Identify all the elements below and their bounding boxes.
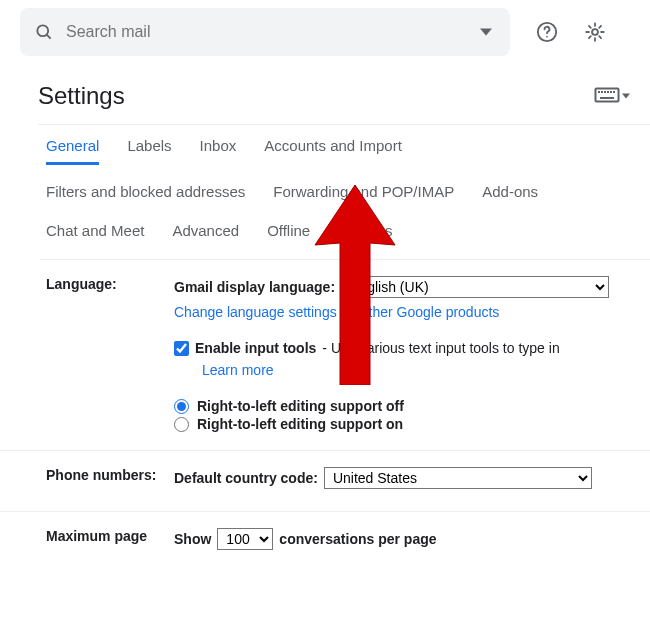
tab-addons[interactable]: Add-ons	[482, 183, 538, 204]
search-box[interactable]	[20, 8, 510, 56]
tab-offline[interactable]: Offline	[267, 222, 310, 243]
show-label: Show	[174, 531, 211, 547]
page-title: Settings	[38, 82, 125, 110]
learn-more-link[interactable]: Learn more	[202, 362, 274, 378]
phone-label: Phone numbers:	[46, 467, 174, 495]
tab-labels[interactable]: Labels	[127, 137, 171, 165]
display-language-select[interactable]: English (UK)	[341, 276, 609, 298]
help-icon[interactable]	[530, 15, 564, 49]
page-size-select[interactable]: 100	[217, 528, 273, 550]
input-tools-icon[interactable]	[594, 87, 630, 105]
search-icon	[34, 22, 54, 42]
svg-rect-13	[600, 97, 614, 99]
svg-point-4	[592, 29, 598, 35]
rtl-on-radio[interactable]	[174, 417, 189, 432]
enable-input-tools-checkbox[interactable]	[174, 341, 189, 356]
tab-forwarding[interactable]: Forwarding and POP/IMAP	[273, 183, 454, 204]
tab-accounts[interactable]: Accounts and Import	[264, 137, 402, 165]
tab-chat[interactable]: Chat and Meet	[46, 222, 144, 243]
search-options-dropdown[interactable]	[470, 26, 502, 38]
section-phone: Phone numbers: Default country code: Uni…	[0, 451, 650, 512]
tab-general[interactable]: General	[46, 137, 99, 165]
enable-input-tools-desc: - Use various text input tools to type i…	[322, 340, 559, 356]
enable-input-tools-label: Enable input tools	[195, 340, 316, 356]
svg-point-3	[546, 36, 548, 38]
section-max-page: Maximum page Show 100 conversations per …	[0, 512, 650, 572]
tab-filters[interactable]: Filters and blocked addresses	[46, 183, 245, 204]
rtl-on-label: Right-to-left editing support on	[197, 416, 403, 432]
tab-inbox[interactable]: Inbox	[200, 137, 237, 165]
language-label: Language:	[46, 276, 174, 434]
max-page-label: Maximum page	[46, 528, 174, 556]
display-language-label: Gmail display language:	[174, 279, 335, 295]
change-language-link[interactable]: Change language settings for other Googl…	[174, 304, 499, 320]
svg-rect-10	[607, 91, 609, 93]
country-code-select[interactable]: United States	[324, 467, 592, 489]
gear-icon[interactable]	[578, 15, 612, 49]
country-code-label: Default country code:	[174, 470, 318, 486]
conversations-label: conversations per page	[279, 531, 436, 547]
rtl-off-label: Right-to-left editing support off	[197, 398, 404, 414]
svg-rect-11	[610, 91, 612, 93]
rtl-off-radio[interactable]	[174, 399, 189, 414]
svg-line-1	[47, 35, 51, 39]
tab-advanced[interactable]: Advanced	[172, 222, 239, 243]
svg-rect-7	[598, 91, 600, 93]
section-language: Language: Gmail display language: Englis…	[0, 260, 650, 451]
tab-themes[interactable]: Themes	[338, 222, 392, 243]
svg-rect-12	[613, 91, 615, 93]
svg-rect-8	[601, 91, 603, 93]
search-input[interactable]	[66, 23, 470, 41]
svg-rect-9	[604, 91, 606, 93]
svg-point-0	[37, 25, 48, 36]
